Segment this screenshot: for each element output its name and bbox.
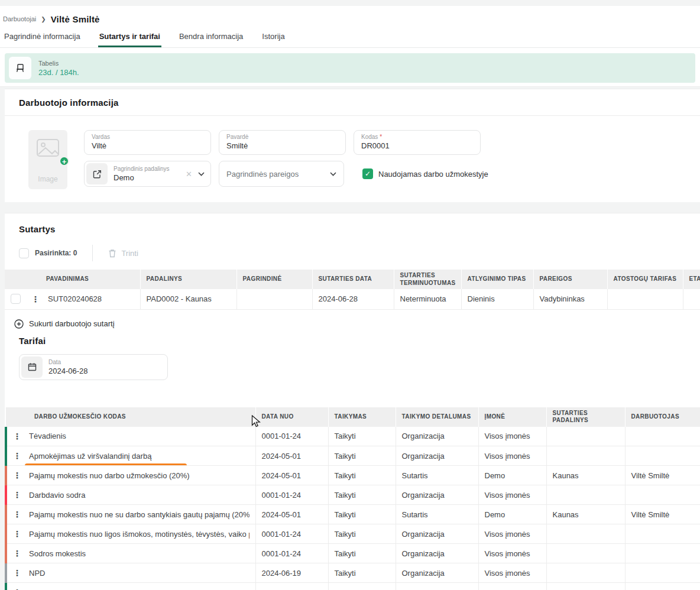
contracts-table: Pavadinimas Padalinys Pagrindinė Sutarti… <box>5 270 700 310</box>
row-menu-icon[interactable]: ⋮ <box>13 568 19 578</box>
contract-position: Vadybininkas <box>533 289 607 309</box>
tariff-row[interactable]: ⋮Pajamų mokestis nuo darbo užmokesčio (2… <box>6 466 700 485</box>
tab-sutartys-ir-tarifai[interactable]: Sutartys ir tarifai <box>98 30 161 47</box>
tariff-department <box>546 563 625 583</box>
timesheet-icon <box>15 63 25 73</box>
tab-bendra-informacija[interactable]: Bendra informacija <box>178 30 244 47</box>
col-sutarties-data[interactable]: Sutarties data <box>312 270 394 289</box>
clear-icon[interactable]: ✕ <box>186 170 192 179</box>
col-company[interactable]: Įmonė <box>478 407 546 427</box>
tariff-application: Taikyti <box>328 427 396 446</box>
tab-pagrindine-informacija[interactable]: Pagrindinė informacija <box>3 30 82 47</box>
col-pagrindine[interactable]: Pagrindinė <box>236 270 312 289</box>
tariff-row[interactable]: ⋮Etatinis atlyginimas 2024-06-28 Taikyti… <box>6 583 700 590</box>
tariff-date-from: 2024-06-19 <box>255 563 328 583</box>
col-padalinys[interactable]: Padalinys <box>140 270 236 289</box>
code-field[interactable]: Kodas * DR0001 <box>354 130 481 155</box>
row-menu-icon[interactable]: ⋮ <box>13 451 19 461</box>
col-contract-department[interactable]: Sutarties padalinys <box>546 407 625 427</box>
tariff-row[interactable]: ⋮Apmokėjimas už viršvalandinį darbą 2024… <box>6 446 700 466</box>
col-eta[interactable]: Eta <box>683 270 700 289</box>
open-department-button[interactable] <box>86 163 108 184</box>
first-name-field[interactable]: Vardas Viltė <box>84 130 211 155</box>
tariff-application: Taikyti <box>328 466 396 485</box>
tariff-row[interactable]: ⋮Sodros mokestis 0001-01-24 Taikyti Orga… <box>6 544 700 563</box>
main-position-select[interactable]: Pagrindinės pareigos <box>219 161 344 187</box>
timesheet-icon-box[interactable] <box>9 57 31 79</box>
tariff-company: Visos įmonės <box>478 524 546 544</box>
row-menu-icon[interactable]: ⋮ <box>13 471 19 480</box>
tariff-row[interactable]: ⋮Pajamų mokestis nuo ligos išmokos, moti… <box>6 524 700 544</box>
tariff-date-value[interactable]: 2024-06-28 <box>48 367 161 375</box>
tariff-date-from: 2024-05-01 <box>255 466 328 485</box>
col-salary-code[interactable]: Darbo užmokesčio kodas <box>6 407 255 427</box>
tariff-company: Demo <box>478 505 546 524</box>
contracts-section-title: Sutartys <box>5 224 700 234</box>
tariff-date-field[interactable]: Data 2024-06-28 <box>19 354 168 380</box>
code-value[interactable]: DR0001 <box>361 141 473 150</box>
tariff-application: Taikyti <box>328 563 396 583</box>
chevron-down-icon <box>330 172 336 176</box>
tariff-row[interactable]: ⋮Pajamų mokestis nuo ne su darbo santyki… <box>6 505 700 524</box>
row-menu-icon[interactable]: ⋮ <box>13 588 19 590</box>
row-menu-icon[interactable]: ⋮ <box>13 490 19 500</box>
tariff-employee <box>625 446 700 466</box>
tariff-name: Sodros mokestis <box>29 549 249 558</box>
col-application-detail[interactable]: Taikymo detalumas <box>396 407 478 427</box>
row-menu-icon[interactable]: ⋮ <box>13 432 19 441</box>
select-all-checkbox[interactable] <box>19 248 29 258</box>
calendar-button[interactable] <box>21 356 43 378</box>
tariffs-section-title: Tarifai <box>5 336 700 346</box>
last-name-value[interactable]: Smiltė <box>226 141 338 150</box>
tariff-department: Kaunas <box>546 505 625 524</box>
delete-button-label: Trinti <box>121 249 138 258</box>
col-date-from[interactable]: Data nuo <box>255 407 328 427</box>
tariff-department: Kaunas <box>546 583 625 590</box>
payroll-usage-checkbox[interactable]: ✓ <box>362 168 373 179</box>
employee-section-title: Darbuotojo informacija <box>5 98 700 108</box>
last-name-label: Pavardė <box>226 134 338 140</box>
col-application[interactable]: Taikymas <box>328 407 396 427</box>
col-pavadinimas[interactable]: Pavadinimas <box>5 270 140 289</box>
tariff-row[interactable]: ⋮Tėvadienis 0001-01-24 Taikyti Organizac… <box>6 427 700 446</box>
main-department-label: Pagrindinis padalinys <box>114 166 186 172</box>
col-terminuotumas[interactable]: Sutarties terminuotumas <box>394 270 461 289</box>
row-menu-icon[interactable]: ⋮ <box>13 510 19 519</box>
tariff-name: Tėvadienis <box>29 432 249 440</box>
tab-istorija[interactable]: Istorija <box>261 30 286 47</box>
main-department-value[interactable]: Demo <box>114 173 186 182</box>
delete-button[interactable]: Trinti <box>108 249 138 258</box>
main-department-field[interactable]: Pagrindinis padalinys Demo ✕ <box>84 161 211 187</box>
tariff-company: Visos įmonės <box>478 427 546 446</box>
tariff-date-from: 0001-01-24 <box>255 427 328 446</box>
row-menu-icon[interactable]: ⋮ <box>13 549 19 558</box>
employee-photo-upload[interactable]: + Image <box>28 130 67 189</box>
first-name-value[interactable]: Viltė <box>92 141 203 150</box>
col-atostogu-tarifas[interactable]: Atostogų tarifas <box>607 270 683 289</box>
tariff-name: Etatinis atlyginimas <box>29 588 249 590</box>
tariff-employee: Viltė Smiltė <box>625 466 700 485</box>
col-atlyginimo-tipas[interactable]: Atlyginimo tipas <box>461 270 533 289</box>
create-contract-button[interactable]: Sukurti darbuotojo sutartį <box>14 319 700 329</box>
tariff-application: Taikyti <box>328 446 396 466</box>
tab-bar: Pagrindinė informacija Sutartys ir tarif… <box>0 30 700 48</box>
tariff-row[interactable]: ⋮NPD 2024-06-19 Taikyti Organizacija Vis… <box>6 563 700 583</box>
row-menu-icon[interactable]: ⋮ <box>13 529 19 539</box>
tariff-employee <box>625 544 700 563</box>
add-photo-icon[interactable]: + <box>59 156 69 166</box>
breadcrumb-parent[interactable]: Darbuotojai <box>3 15 36 22</box>
tariff-name: Apmokėjimas už viršvalandinį darbą <box>29 452 249 461</box>
row-checkbox[interactable] <box>11 294 21 304</box>
last-name-field[interactable]: Pavardė Smiltė <box>219 130 346 155</box>
tariff-row[interactable]: ⋮Darbdavio sodra 0001-01-24 Taikyti Orga… <box>6 485 700 505</box>
col-pareigos[interactable]: Pareigos <box>533 270 607 289</box>
chevron-down-icon[interactable] <box>198 172 205 176</box>
col-employee[interactable]: Darbuotojas <box>625 407 700 427</box>
tariff-application: Taikyti <box>328 583 396 590</box>
tariff-detail: Organizacija <box>396 427 478 446</box>
tariff-detail: Organizacija <box>396 524 478 544</box>
contract-row[interactable]: ⋮ SUT020240628 PAD0002 - Kaunas 2024-06-… <box>5 289 700 309</box>
tariff-employee <box>625 563 700 583</box>
row-menu-icon[interactable]: ⋮ <box>31 294 37 304</box>
tariff-company: Visos įmonės <box>478 544 546 563</box>
